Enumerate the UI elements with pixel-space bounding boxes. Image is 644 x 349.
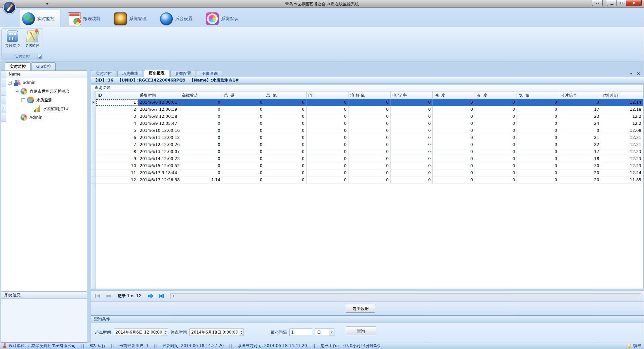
pager-prev-button[interactable] xyxy=(104,293,112,299)
spin-down-icon[interactable] xyxy=(165,333,167,334)
restore-button[interactable] xyxy=(616,0,626,6)
tree-expander-icon[interactable]: − xyxy=(21,98,25,102)
table-cell: 0 xyxy=(475,127,517,134)
gutter-cell[interactable]: › xyxy=(1,104,6,113)
table-cell: 6 xyxy=(96,134,138,141)
table-row[interactable]: 72014/6/12 12:00:260000000002212.21 xyxy=(91,141,643,148)
column-header[interactable]: 总 磷 xyxy=(222,91,265,99)
horizontal-scrollbar[interactable] xyxy=(170,293,641,299)
table-cell: 22 xyxy=(559,141,601,148)
column-header[interactable]: 溶 解 氧 xyxy=(348,91,391,99)
tree-item[interactable]: −水质监测 xyxy=(6,96,87,104)
tree-item[interactable]: −admin xyxy=(6,78,87,87)
table-cell: 12.14 xyxy=(601,99,643,106)
start-time-spinner[interactable] xyxy=(163,329,168,336)
table-row[interactable]: 122014/6/17 12:26:381.14000000002011.85 xyxy=(91,177,643,184)
tab-close-icon[interactable]: × xyxy=(637,72,640,75)
window-resize-button[interactable]: ↔ xyxy=(592,0,603,6)
spin-up-icon[interactable] xyxy=(165,331,167,332)
table-row[interactable]: 42014/6/9 12:05:470000000002412.2 xyxy=(91,120,643,127)
combo-dropdown-button[interactable] xyxy=(329,329,334,336)
column-header[interactable]: 氨 氮 xyxy=(517,91,559,99)
query-button[interactable]: 查询 xyxy=(346,327,376,335)
end-time-input[interactable] xyxy=(190,329,239,336)
interval-unit-combo[interactable]: 日 xyxy=(315,329,334,336)
gutter-cell[interactable] xyxy=(1,78,6,87)
column-header[interactable]: 温 度 xyxy=(475,91,517,99)
minimize-button[interactable] xyxy=(607,0,616,6)
table-cell: 0 xyxy=(348,169,391,177)
ribbon-group-footer: 实时监控 xyxy=(2,53,43,60)
scroll-left-icon[interactable] xyxy=(172,295,174,297)
tree-item[interactable]: 水质监测点1# xyxy=(6,104,87,113)
start-time-input[interactable] xyxy=(114,329,163,336)
column-header[interactable]: 总 氮 xyxy=(264,91,307,99)
table-row[interactable]: 112014/6/17 3:18:440000000002012.24 xyxy=(91,169,643,177)
table-row[interactable]: 22014/6/7 12:00:390000000001712.18 xyxy=(91,106,643,113)
tree-item[interactable]: Admin xyxy=(6,113,87,122)
pager-next-button[interactable] xyxy=(147,293,155,299)
column-header[interactable]: 芯片信号 xyxy=(559,91,601,99)
gutter-cell[interactable] xyxy=(1,96,6,104)
min-interval-input[interactable] xyxy=(290,329,312,336)
ribbon-tab[interactable]: 后台设置 xyxy=(157,10,198,27)
tree-column-header[interactable]: Name xyxy=(6,71,87,78)
document-tab[interactable]: 图像查询 xyxy=(197,70,222,77)
table-cell: 7 xyxy=(96,141,138,148)
ribbon-big-button[interactable]: 实时监控 xyxy=(4,30,21,53)
table-cell: 0 xyxy=(180,162,222,169)
tree-expander-icon[interactable]: − xyxy=(8,81,12,85)
table-row[interactable]: 12014/6/6 12:00:01000000000012.14 xyxy=(91,99,643,106)
column-header[interactable]: 电 导 率 xyxy=(391,91,433,99)
table-cell: 0 xyxy=(391,169,433,177)
min-interval-field xyxy=(289,329,312,336)
table-row[interactable]: 92014/6/14 12:00:230000000001812.23 xyxy=(91,155,643,162)
table-row[interactable]: 82014/6/13 12:00:070000000001712.23 xyxy=(91,148,643,155)
table-cell: 20 xyxy=(559,169,601,177)
sidebar-tab[interactable]: 实时监控 xyxy=(5,62,31,70)
table-row[interactable]: 52014/6/10 12:00:16000000000012.08 xyxy=(91,127,643,134)
tree-expander-icon[interactable]: − xyxy=(15,90,18,93)
pager-first-button[interactable] xyxy=(94,293,102,299)
quick-access-dropdown-icon[interactable] xyxy=(46,3,49,5)
gutter-cell[interactable] xyxy=(1,113,6,122)
sidebar-tab[interactable]: GIS监控 xyxy=(32,62,56,70)
gutter-cell[interactable] xyxy=(1,87,6,96)
designer-icon xyxy=(3,343,7,349)
column-header[interactable]: ID xyxy=(96,91,138,99)
spin-down-icon[interactable] xyxy=(240,333,243,334)
table-cell: 17 xyxy=(559,106,601,113)
table-row[interactable]: 32014/6/8 12:00:380000000002312.2 xyxy=(91,113,643,120)
pager-last-button[interactable] xyxy=(157,293,165,299)
document-tab[interactable]: 实时监控 xyxy=(91,70,116,77)
prev-record-icon xyxy=(105,294,111,298)
tree-item[interactable]: −青岛市世界园艺博览会 xyxy=(6,87,87,96)
ribbon-tab[interactable]: 系统默认 xyxy=(203,10,244,27)
lock-screen-button[interactable]: 锁屏 xyxy=(633,343,641,349)
close-button[interactable]: x xyxy=(626,0,642,6)
end-time-spinner[interactable] xyxy=(239,329,244,336)
table-row[interactable]: 62014/6/11 12:00:120000000002112.21 xyxy=(91,134,643,141)
export-data-button[interactable]: 导出数据 xyxy=(346,304,375,313)
column-header[interactable]: 供电电压 xyxy=(601,91,643,99)
system-info-header[interactable]: 系统信息 xyxy=(1,291,87,299)
document-tab-controls: × xyxy=(630,72,640,75)
spin-up-icon[interactable] xyxy=(240,331,243,332)
ribbon-tab[interactable]: 系统管理 xyxy=(111,10,152,27)
ribbon-tab[interactable]: 报表功能 xyxy=(65,10,106,27)
table-row[interactable]: 102014/6/15 12:00:520000000003012.23 xyxy=(91,162,643,169)
ribbon-tab[interactable]: 实时监控 xyxy=(19,10,60,27)
ribbon-big-button[interactable]: GIS监控 xyxy=(24,30,41,53)
dialog-launcher-icon[interactable] xyxy=(38,55,42,59)
document-tab[interactable]: 参数配置 xyxy=(170,70,196,77)
column-header[interactable]: 高锰酸盐 xyxy=(180,91,222,99)
table-cell: 0 xyxy=(391,177,433,184)
app-logo-icon[interactable] xyxy=(3,1,16,14)
document-tab[interactable]: 历史报表 xyxy=(144,70,169,77)
document-tab[interactable]: 历史曲线 xyxy=(117,70,143,77)
tab-list-dropdown-icon[interactable] xyxy=(630,73,633,74)
column-header[interactable]: PH xyxy=(307,91,349,99)
column-header[interactable]: 浊 度 xyxy=(433,91,475,99)
table-cell: 2014/6/8 12:00:38 xyxy=(138,113,180,120)
column-header[interactable]: 采集时间 xyxy=(138,91,180,99)
